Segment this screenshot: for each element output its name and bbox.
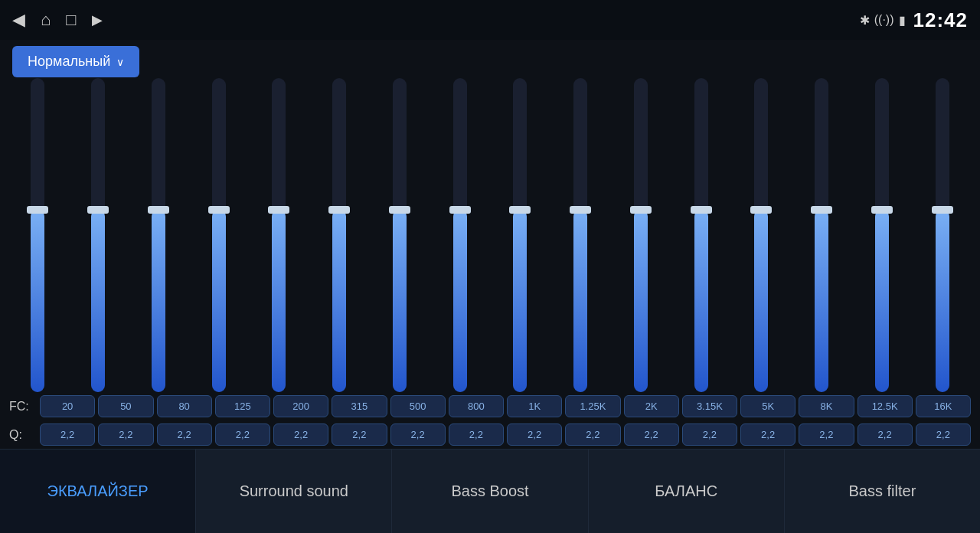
- slider-thumb-500[interactable]: [389, 206, 410, 214]
- fc-btn-1.25K[interactable]: 1.25K: [565, 395, 620, 417]
- slider-thumb-8K[interactable]: [811, 206, 832, 214]
- q-btn-2[interactable]: 2,2: [157, 423, 212, 446]
- slider-5K[interactable]: [733, 78, 790, 392]
- slider-200[interactable]: [250, 78, 308, 392]
- slider-thumb-315[interactable]: [328, 206, 350, 214]
- slider-thumb-2K[interactable]: [630, 206, 652, 214]
- bluetooth-icon: ✱: [860, 13, 870, 28]
- fc-row: FC: 2050801252003155008001K1.25K2K3.15K5…: [0, 392, 980, 420]
- slider-thumb-80[interactable]: [148, 206, 169, 214]
- tab-balance[interactable]: БАЛАНС: [589, 450, 785, 533]
- preset-area: Нормальный ∨: [12, 46, 139, 77]
- wifi-icon: ((·)): [874, 13, 894, 27]
- battery-icon: ▮: [899, 13, 906, 28]
- preset-label: Нормальный: [28, 54, 110, 70]
- q-btn-14[interactable]: 2,2: [858, 423, 913, 446]
- slider-thumb-16K[interactable]: [932, 206, 953, 214]
- slider-thumb-20[interactable]: [27, 206, 48, 214]
- preset-button[interactable]: Нормальный ∨: [12, 46, 139, 77]
- slider-800[interactable]: [431, 78, 488, 392]
- slider-thumb-5K[interactable]: [750, 206, 772, 214]
- slider-12.5K[interactable]: [854, 78, 911, 392]
- chevron-down-icon: ∨: [116, 56, 124, 68]
- fc-label: FC:: [9, 400, 37, 414]
- q-btn-11[interactable]: 2,2: [682, 423, 737, 446]
- fc-btn-500[interactable]: 500: [390, 395, 446, 417]
- fc-btn-200[interactable]: 200: [273, 395, 328, 417]
- q-btn-3[interactable]: 2,2: [215, 423, 270, 446]
- q-btn-13[interactable]: 2,2: [799, 423, 854, 446]
- home-icon[interactable]: ⌂: [41, 10, 51, 30]
- status-icons: ✱ ((·)) ▮: [860, 13, 906, 28]
- eq-area: FC: 2050801252003155008001K1.25K2K3.15K5…: [0, 40, 980, 449]
- tab-equalizer[interactable]: ЭКВАЛАЙЗЕР: [0, 450, 196, 533]
- fc-btn-3.15K[interactable]: 3.15K: [682, 395, 737, 417]
- q-btn-0[interactable]: 2,2: [40, 423, 95, 446]
- q-btn-8[interactable]: 2,2: [507, 423, 562, 446]
- fc-btn-16K[interactable]: 16K: [916, 395, 971, 417]
- tab-bassfilter[interactable]: Bass filter: [785, 450, 980, 533]
- play-icon[interactable]: ▶: [92, 11, 103, 28]
- slider-thumb-3.15K[interactable]: [691, 206, 712, 214]
- slider-2K[interactable]: [612, 78, 670, 392]
- q-btn-15[interactable]: 2,2: [916, 423, 971, 446]
- status-bar: ◀ ⌂ □ ▶ ✱ ((·)) ▮ 12:42: [0, 0, 980, 40]
- slider-thumb-12.5K[interactable]: [871, 206, 893, 214]
- bottom-tabs: ЭКВАЛАЙЗЕРSurround soundBass BoostБАЛАНС…: [0, 449, 980, 533]
- slider-16K[interactable]: [913, 78, 971, 392]
- nav-icons: ◀ ⌂ □ ▶: [12, 10, 103, 30]
- slider-1K[interactable]: [492, 78, 549, 392]
- fc-btn-5K[interactable]: 5K: [740, 395, 795, 417]
- q-btn-1[interactable]: 2,2: [98, 423, 153, 446]
- tab-surround[interactable]: Surround sound: [196, 450, 392, 533]
- slider-thumb-800[interactable]: [449, 206, 471, 214]
- slider-3.15K[interactable]: [672, 78, 730, 392]
- q-btn-5[interactable]: 2,2: [332, 423, 387, 446]
- status-right: ✱ ((·)) ▮ 12:42: [860, 8, 968, 32]
- q-label: Q:: [9, 428, 37, 442]
- slider-8K[interactable]: [793, 78, 851, 392]
- fc-btn-125[interactable]: 125: [215, 395, 270, 417]
- fc-btn-12.5K[interactable]: 12.5K: [858, 395, 913, 417]
- slider-1.25K[interactable]: [552, 78, 609, 392]
- q-btn-10[interactable]: 2,2: [624, 423, 679, 446]
- fc-btn-800[interactable]: 800: [449, 395, 504, 417]
- slider-500[interactable]: [371, 78, 429, 392]
- recent-icon[interactable]: □: [66, 10, 76, 30]
- fc-btn-315[interactable]: 315: [332, 395, 387, 417]
- time-display: 12:42: [913, 8, 969, 32]
- slider-thumb-50[interactable]: [87, 206, 109, 214]
- fc-btn-1K[interactable]: 1K: [507, 395, 562, 417]
- q-row: Q: 2,22,22,22,22,22,22,22,22,22,22,22,22…: [0, 420, 980, 449]
- slider-315[interactable]: [311, 78, 368, 392]
- slider-20[interactable]: [9, 78, 67, 392]
- slider-thumb-1.25K[interactable]: [570, 206, 591, 214]
- sliders-container: [0, 40, 980, 392]
- fc-btn-2K[interactable]: 2K: [624, 395, 679, 417]
- q-btn-12[interactable]: 2,2: [740, 423, 795, 446]
- q-btn-7[interactable]: 2,2: [449, 423, 504, 446]
- q-btn-9[interactable]: 2,2: [565, 423, 620, 446]
- fc-btn-8K[interactable]: 8K: [799, 395, 854, 417]
- fc-buttons: 2050801252003155008001K1.25K2K3.15K5K8K1…: [40, 395, 971, 417]
- back-icon[interactable]: ◀: [12, 10, 25, 30]
- slider-thumb-1K[interactable]: [509, 206, 531, 214]
- q-btn-4[interactable]: 2,2: [273, 423, 328, 446]
- fc-btn-50[interactable]: 50: [98, 395, 153, 417]
- slider-thumb-125[interactable]: [208, 206, 230, 214]
- slider-thumb-200[interactable]: [268, 206, 289, 214]
- fc-btn-80[interactable]: 80: [157, 395, 212, 417]
- slider-50[interactable]: [70, 78, 127, 392]
- q-btn-6[interactable]: 2,2: [390, 423, 446, 446]
- slider-125[interactable]: [190, 78, 247, 392]
- tab-bassboost[interactable]: Bass Boost: [392, 450, 588, 533]
- slider-80[interactable]: [130, 78, 188, 392]
- q-buttons: 2,22,22,22,22,22,22,22,22,22,22,22,22,22…: [40, 423, 971, 446]
- fc-btn-20[interactable]: 20: [40, 395, 95, 417]
